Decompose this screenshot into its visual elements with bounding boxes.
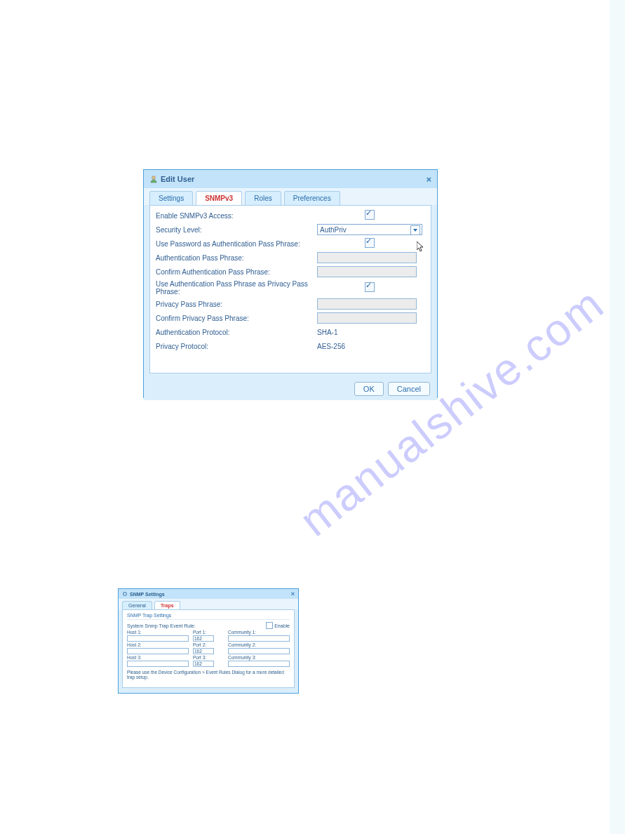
security-level-label: Security Level: xyxy=(156,226,317,234)
tab-strip: Settings SNMPv3 Roles Preferences xyxy=(144,188,437,205)
trap-hosts-grid: Host 1: Port 1: Community 1: Host 2: Por… xyxy=(127,630,290,667)
close-icon[interactable]: × xyxy=(291,590,295,597)
privacy-protocol-value: AES-256 xyxy=(317,343,345,350)
dialog-footer: OK Cancel xyxy=(144,378,437,400)
confirm-auth-pass-phrase-label: Confirm Authentication Pass Phrase: xyxy=(156,268,317,276)
use-auth-as-privacy-label: Use Authentication Pass Phrase as Privac… xyxy=(156,280,317,296)
privacy-pass-phrase-label: Privacy Pass Phrase: xyxy=(156,300,317,308)
dialog-title: Edit User xyxy=(161,175,194,183)
snmp-settings-dialog: SNMP Settings × General Traps SNMP Trap … xyxy=(118,588,299,694)
page-margin xyxy=(610,0,625,834)
confirm-auth-pass-phrase-input[interactable] xyxy=(317,266,417,277)
privacy-protocol-label: Privacy Protocol: xyxy=(156,343,317,350)
form-panel: Enable SNMPv3 Access: Security Level: Au… xyxy=(149,205,431,373)
host3-input[interactable] xyxy=(127,661,189,667)
trap-setup-hint: Please use the Device Configuration > Ev… xyxy=(127,670,290,680)
svg-point-2 xyxy=(124,593,126,595)
use-auth-as-privacy-checkbox[interactable] xyxy=(365,282,375,292)
port3-input[interactable] xyxy=(193,661,214,667)
host1-input[interactable] xyxy=(127,635,189,642)
snmp-trap-panel-title: SNMP Trap Settings xyxy=(127,613,290,620)
port2-label: Port 2: xyxy=(193,642,224,647)
use-password-as-auth-checkbox[interactable] xyxy=(365,238,375,248)
confirm-privacy-pass-phrase-input[interactable] xyxy=(317,312,417,324)
confirm-privacy-pass-phrase-label: Confirm Privacy Pass Phrase: xyxy=(156,315,317,322)
system-trap-rule-label: System Snmp Trap Event Rule: xyxy=(127,623,266,628)
community3-input[interactable] xyxy=(228,661,290,667)
tab-general[interactable]: General xyxy=(122,601,152,609)
community1-input[interactable] xyxy=(228,635,290,642)
security-level-value: AuthPriv xyxy=(320,226,347,234)
edit-user-dialog: Edit User × Settings SNMPv3 Roles Prefer… xyxy=(143,169,438,398)
snmp-dialog-title: SNMP Settings xyxy=(130,592,165,597)
dialog-titlebar[interactable]: Edit User × xyxy=(144,170,437,188)
snmp-dialog-titlebar[interactable]: SNMP Settings × xyxy=(119,589,298,599)
auth-pass-phrase-label: Authentication Pass Phrase: xyxy=(156,254,317,262)
gear-icon xyxy=(122,591,128,597)
host1-label: Host 1: xyxy=(127,630,189,635)
host2-input[interactable] xyxy=(127,648,189,654)
snmp-tab-strip: General Traps xyxy=(119,599,298,609)
ok-button[interactable]: OK xyxy=(354,382,384,396)
auth-protocol-label: Authentication Protocol: xyxy=(156,329,317,336)
chevron-down-icon[interactable] xyxy=(410,225,420,235)
enable-snmpv3-checkbox[interactable] xyxy=(365,210,375,220)
tab-settings[interactable]: Settings xyxy=(149,191,193,205)
host2-label: Host 2: xyxy=(127,642,189,647)
tab-traps[interactable]: Traps xyxy=(154,601,180,609)
tab-roles[interactable]: Roles xyxy=(245,191,281,205)
enable-label: Enable xyxy=(274,623,290,628)
community1-label: Community 1: xyxy=(228,630,290,635)
community2-label: Community 2: xyxy=(228,642,290,647)
host3-label: Host 3: xyxy=(127,655,189,660)
tab-preferences[interactable]: Preferences xyxy=(284,191,340,205)
cancel-button[interactable]: Cancel xyxy=(388,382,430,396)
enable-snmpv3-label: Enable SNMPv3 Access: xyxy=(156,212,317,220)
privacy-pass-phrase-input[interactable] xyxy=(317,298,417,310)
auth-protocol-value: SHA-1 xyxy=(317,329,337,336)
security-level-select[interactable]: AuthPriv xyxy=(317,224,422,235)
community2-input[interactable] xyxy=(228,648,290,654)
svg-point-0 xyxy=(152,176,156,180)
auth-pass-phrase-input[interactable] xyxy=(317,252,417,263)
port2-input[interactable] xyxy=(193,648,214,654)
close-icon[interactable]: × xyxy=(426,174,431,185)
port3-label: Port 3: xyxy=(193,655,224,660)
port1-input[interactable] xyxy=(193,635,214,642)
port1-label: Port 1: xyxy=(193,630,224,635)
tab-snmpv3[interactable]: SNMPv3 xyxy=(196,191,242,205)
use-password-as-auth-label: Use Password as Authentication Pass Phra… xyxy=(156,240,317,248)
user-icon xyxy=(149,175,158,183)
community3-label: Community 3: xyxy=(228,655,290,660)
snmp-trap-panel: SNMP Trap Settings System Snmp Trap Even… xyxy=(122,609,295,688)
enable-trap-checkbox[interactable] xyxy=(266,622,273,629)
